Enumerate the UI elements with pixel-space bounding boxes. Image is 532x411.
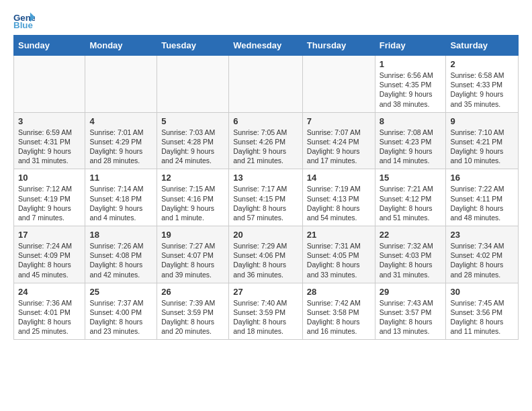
day-info: Sunrise: 7:12 AM [18, 184, 81, 193]
day-info: Sunrise: 7:03 AM [161, 128, 224, 137]
table-row: 11Sunrise: 7:14 AMSunset: 4:18 PMDayligh… [85, 169, 157, 226]
page-header: General Blue [0, 0, 532, 35]
day-info: Sunset: 4:12 PM [380, 194, 442, 203]
day-number: 20 [233, 230, 298, 240]
day-info: Sunrise: 7:07 AM [307, 128, 371, 137]
day-info: Daylight: 8 hours and 18 minutes. [233, 317, 298, 336]
day-info: Sunrise: 7:24 AM [18, 241, 81, 250]
logo-icon: General Blue [13, 11, 35, 30]
day-info: Sunset: 4:18 PM [89, 194, 152, 203]
weekday-header-saturday: Saturday [446, 36, 519, 56]
day-info: Sunset: 3:58 PM [307, 308, 371, 317]
table-row: 16Sunrise: 7:22 AMSunset: 4:11 PMDayligh… [446, 169, 519, 226]
table-row: 1Sunrise: 6:56 AMSunset: 4:35 PMDaylight… [375, 56, 446, 113]
day-number: 14 [307, 173, 371, 183]
table-row [85, 56, 157, 113]
day-info: Sunset: 3:56 PM [450, 308, 514, 317]
day-info: Sunset: 4:33 PM [450, 80, 514, 89]
day-info: Daylight: 8 hours and 57 minutes. [233, 203, 298, 222]
day-info: Daylight: 8 hours and 33 minutes. [307, 260, 371, 279]
table-row: 10Sunrise: 7:12 AMSunset: 4:19 PMDayligh… [14, 169, 85, 226]
weekday-header-tuesday: Tuesday [157, 36, 229, 56]
day-number: 7 [307, 116, 371, 126]
table-row: 17Sunrise: 7:24 AMSunset: 4:09 PMDayligh… [14, 226, 85, 283]
day-info: Sunset: 4:21 PM [450, 137, 514, 146]
day-info: Sunrise: 7:40 AM [233, 298, 298, 308]
day-number: 11 [89, 173, 152, 183]
table-row: 18Sunrise: 7:26 AMSunset: 4:08 PMDayligh… [85, 226, 157, 283]
day-info: Sunrise: 7:32 AM [380, 241, 442, 250]
day-number: 1 [380, 59, 442, 69]
table-row: 30Sunrise: 7:45 AMSunset: 3:56 PMDayligh… [446, 283, 519, 340]
table-row: 20Sunrise: 7:29 AMSunset: 4:06 PMDayligh… [229, 226, 303, 283]
day-number: 30 [450, 287, 514, 297]
day-info: Sunset: 4:16 PM [161, 194, 224, 203]
table-row: 25Sunrise: 7:37 AMSunset: 4:00 PMDayligh… [85, 283, 157, 340]
day-info: Daylight: 9 hours and 35 minutes. [450, 89, 514, 108]
table-row [229, 56, 303, 113]
day-info: Sunrise: 7:22 AM [450, 184, 514, 193]
day-info: Sunset: 4:09 PM [18, 250, 81, 260]
table-row: 9Sunrise: 7:10 AMSunset: 4:21 PMDaylight… [446, 112, 519, 169]
day-number: 27 [233, 287, 298, 297]
day-number: 23 [450, 230, 514, 240]
svg-text:Blue: Blue [13, 20, 33, 30]
table-row: 2Sunrise: 6:58 AMSunset: 4:33 PMDaylight… [446, 56, 519, 113]
table-row: 29Sunrise: 7:43 AMSunset: 3:57 PMDayligh… [375, 283, 446, 340]
day-info: Sunrise: 7:14 AM [89, 184, 152, 193]
day-info: Daylight: 9 hours and 7 minutes. [18, 203, 81, 222]
day-number: 25 [89, 287, 152, 297]
day-info: Sunset: 4:08 PM [89, 250, 152, 260]
table-row: 21Sunrise: 7:31 AMSunset: 4:05 PMDayligh… [302, 226, 375, 283]
day-info: Daylight: 9 hours and 21 minutes. [233, 146, 298, 165]
day-info: Sunset: 4:24 PM [307, 137, 371, 146]
day-number: 12 [161, 173, 224, 183]
day-info: Sunrise: 7:05 AM [233, 128, 298, 137]
day-info: Daylight: 9 hours and 24 minutes. [161, 146, 224, 165]
table-row: 23Sunrise: 7:34 AMSunset: 4:02 PMDayligh… [446, 226, 519, 283]
day-info: Sunrise: 6:59 AM [18, 128, 81, 137]
day-number: 24 [18, 287, 81, 297]
day-info: Sunrise: 7:19 AM [307, 184, 371, 193]
day-number: 13 [233, 173, 298, 183]
day-info: Daylight: 8 hours and 25 minutes. [18, 317, 81, 336]
day-info: Sunrise: 7:43 AM [380, 298, 442, 308]
day-info: Daylight: 8 hours and 23 minutes. [89, 317, 152, 336]
day-number: 2 [450, 59, 514, 69]
table-row: 4Sunrise: 7:01 AMSunset: 4:29 PMDaylight… [85, 112, 157, 169]
table-row: 22Sunrise: 7:32 AMSunset: 4:03 PMDayligh… [375, 226, 446, 283]
day-info: Sunset: 3:59 PM [161, 308, 224, 317]
day-info: Daylight: 8 hours and 39 minutes. [161, 260, 224, 279]
table-row: 15Sunrise: 7:21 AMSunset: 4:12 PMDayligh… [375, 169, 446, 226]
day-number: 15 [380, 173, 442, 183]
day-info: Sunrise: 7:34 AM [450, 241, 514, 250]
table-row [302, 56, 375, 113]
day-info: Sunrise: 7:29 AM [233, 241, 298, 250]
day-info: Daylight: 8 hours and 54 minutes. [307, 203, 371, 222]
table-row: 13Sunrise: 7:17 AMSunset: 4:15 PMDayligh… [229, 169, 303, 226]
day-info: Sunrise: 6:56 AM [380, 71, 442, 80]
table-row: 19Sunrise: 7:27 AMSunset: 4:07 PMDayligh… [157, 226, 229, 283]
day-info: Sunset: 4:07 PM [161, 250, 224, 260]
table-row: 7Sunrise: 7:07 AMSunset: 4:24 PMDaylight… [302, 112, 375, 169]
day-number: 19 [161, 230, 224, 240]
day-number: 10 [18, 173, 81, 183]
day-number: 17 [18, 230, 81, 240]
day-number: 3 [18, 116, 81, 126]
day-info: Daylight: 8 hours and 11 minutes. [450, 317, 514, 336]
day-info: Daylight: 9 hours and 31 minutes. [18, 146, 81, 165]
table-row [157, 56, 229, 113]
day-info: Sunset: 4:28 PM [161, 137, 224, 146]
table-row: 3Sunrise: 6:59 AMSunset: 4:31 PMDaylight… [14, 112, 85, 169]
calendar-wrapper: SundayMondayTuesdayWednesdayThursdayFrid… [0, 35, 532, 347]
table-row: 27Sunrise: 7:40 AMSunset: 3:59 PMDayligh… [229, 283, 303, 340]
day-info: Sunrise: 7:31 AM [307, 241, 371, 250]
day-info: Sunset: 4:35 PM [380, 80, 442, 89]
day-info: Sunrise: 7:39 AM [161, 298, 224, 308]
day-info: Sunset: 4:15 PM [233, 194, 298, 203]
day-info: Sunrise: 7:17 AM [233, 184, 298, 193]
day-info: Sunset: 4:29 PM [89, 137, 152, 146]
calendar-table: SundayMondayTuesdayWednesdayThursdayFrid… [13, 35, 519, 340]
day-info: Daylight: 8 hours and 51 minutes. [380, 203, 442, 222]
day-info: Sunrise: 7:10 AM [450, 128, 514, 137]
